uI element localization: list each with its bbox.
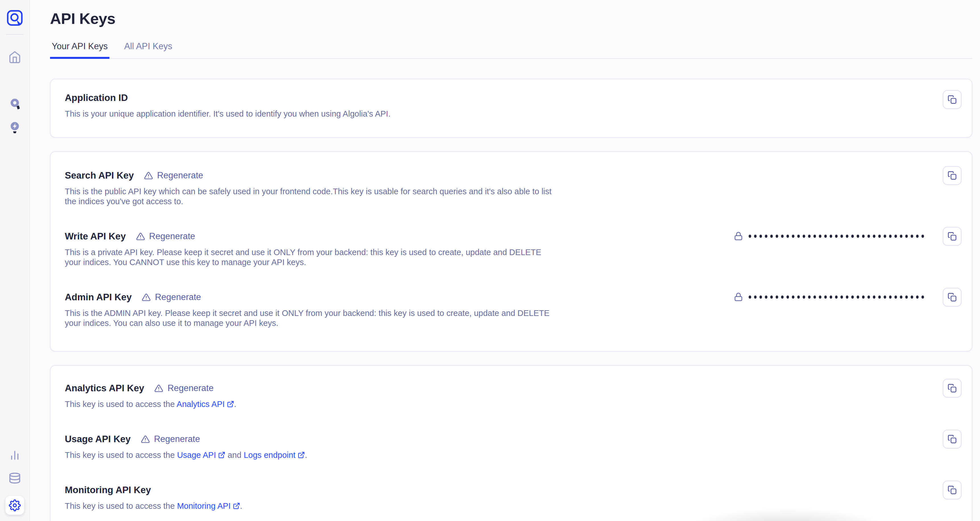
- lock-icon: [734, 292, 743, 301]
- monitoring-api-key-title: Monitoring API Key: [65, 484, 151, 496]
- regenerate-analytics-key-button[interactable]: Regenerate: [154, 383, 213, 393]
- admin-api-key-masked-value: [734, 291, 924, 303]
- tab-all-api-keys[interactable]: All API Keys: [123, 41, 174, 58]
- monitoring-api-key-description: This key is used to access the Monitorin…: [65, 501, 557, 511]
- analytics-api-key-description: This key is used to access the Analytics…: [65, 399, 557, 409]
- monitoring-api-key-section: Monitoring API Key This key is used to a…: [65, 484, 961, 511]
- page-title: API Keys: [50, 10, 972, 27]
- tab-bar: Your API Keys All API Keys: [50, 41, 972, 59]
- description-text: .: [305, 451, 307, 460]
- analytics-api-key-title: Analytics API Key: [65, 383, 144, 394]
- copy-icon: [948, 435, 957, 444]
- warning-triangle-icon: [144, 171, 153, 180]
- write-api-key-title: Write API Key: [65, 231, 126, 242]
- main-content: API Keys Your API Keys All API Keys Appl…: [30, 0, 980, 521]
- bar-chart-icon[interactable]: [8, 449, 21, 461]
- regenerate-label: Regenerate: [157, 170, 203, 181]
- application-id-description: This is your unique application identifi…: [65, 109, 557, 119]
- search-api-key-section: Search API Key Regenerate This is the pu…: [65, 170, 961, 207]
- regenerate-write-key-button[interactable]: Regenerate: [136, 231, 195, 241]
- copy-search-key-button[interactable]: [943, 166, 961, 185]
- copy-usage-key-button[interactable]: [943, 430, 961, 448]
- search-pin-icon[interactable]: [7, 97, 22, 113]
- sidebar-bottom-group: [5, 449, 24, 515]
- application-id-title: Application ID: [65, 92, 128, 103]
- application-id-card: Application ID This is your unique appli…: [50, 79, 972, 138]
- sidebar: [0, 0, 30, 521]
- external-link-icon: [298, 451, 305, 459]
- copy-analytics-key-button[interactable]: [943, 379, 961, 398]
- algolia-logo[interactable]: [6, 10, 23, 26]
- warning-triangle-icon: [141, 435, 150, 444]
- write-api-key-masked-value: [734, 230, 924, 242]
- application-id-section: Application ID This is your unique appli…: [65, 92, 961, 119]
- service-api-keys-card: Analytics API Key Regenerate This key is…: [50, 365, 972, 521]
- copy-admin-key-button[interactable]: [943, 288, 961, 307]
- masked-key-dots: [749, 295, 924, 299]
- admin-api-key-description: This is the ADMIN API key. Please keep i…: [65, 308, 557, 328]
- copy-icon: [948, 232, 957, 241]
- home-icon[interactable]: [8, 51, 21, 64]
- copy-write-key-button[interactable]: [943, 227, 961, 246]
- copy-icon: [948, 384, 957, 393]
- usage-api-key-title: Usage API Key: [65, 434, 131, 445]
- description-text: .: [240, 501, 242, 510]
- sidebar-item-settings[interactable]: [5, 496, 24, 515]
- external-link-icon: [227, 400, 234, 408]
- regenerate-usage-key-button[interactable]: Regenerate: [141, 434, 200, 444]
- search-api-key-title: Search API Key: [65, 170, 134, 181]
- write-api-key-description: This is a private API key. Please keep i…: [65, 247, 557, 267]
- warning-triangle-icon: [142, 293, 151, 302]
- bolt-icon[interactable]: [7, 120, 22, 137]
- copy-icon: [948, 95, 957, 104]
- sidebar-divider: [6, 34, 24, 35]
- admin-api-key-title: Admin API Key: [65, 292, 132, 303]
- lock-icon: [734, 231, 743, 241]
- regenerate-label: Regenerate: [149, 231, 195, 241]
- app-root: API Keys Your API Keys All API Keys Appl…: [0, 0, 980, 521]
- description-text: This key is used to access the: [65, 400, 177, 409]
- warning-triangle-icon: [136, 232, 145, 241]
- regenerate-label: Regenerate: [154, 434, 200, 444]
- description-text: This key is used to access the: [65, 451, 177, 460]
- masked-key-dots: [749, 234, 924, 238]
- copy-icon: [948, 171, 957, 180]
- regenerate-label: Regenerate: [167, 383, 213, 393]
- monitoring-api-link[interactable]: Monitoring API: [177, 501, 240, 510]
- regenerate-search-key-button[interactable]: Regenerate: [144, 170, 203, 181]
- description-text: .: [234, 400, 237, 409]
- regenerate-admin-key-button[interactable]: Regenerate: [142, 292, 201, 302]
- description-text: and: [225, 451, 244, 460]
- copy-icon: [948, 293, 957, 302]
- warning-triangle-icon: [154, 384, 163, 393]
- copy-icon: [948, 486, 957, 495]
- write-api-key-section: Write API Key Regenerate This is a priva…: [65, 231, 961, 267]
- description-text: This key is used to access the: [65, 501, 177, 510]
- api-keys-card: Search API Key Regenerate This is the pu…: [50, 151, 972, 352]
- gear-icon: [9, 499, 21, 511]
- usage-api-key-description: This key is used to access the Usage API…: [65, 450, 557, 460]
- regenerate-label: Regenerate: [155, 292, 201, 302]
- search-api-key-description: This is the public API key which can be …: [65, 186, 557, 207]
- usage-api-link[interactable]: Usage API: [177, 451, 225, 460]
- logs-endpoint-link[interactable]: Logs endpoint: [243, 451, 305, 460]
- copy-application-id-button[interactable]: [943, 90, 961, 109]
- database-icon[interactable]: [8, 472, 21, 485]
- external-link-icon: [233, 502, 240, 510]
- analytics-api-key-section: Analytics API Key Regenerate This key is…: [65, 383, 961, 409]
- admin-api-key-section: Admin API Key Regenerate This is the ADM…: [65, 292, 961, 328]
- usage-api-key-section: Usage API Key Regenerate This key is use…: [65, 434, 961, 460]
- analytics-api-link[interactable]: Analytics API: [177, 400, 234, 409]
- external-link-icon: [218, 451, 225, 459]
- copy-monitoring-key-button[interactable]: [943, 481, 961, 499]
- tab-your-api-keys[interactable]: Your API Keys: [50, 41, 110, 58]
